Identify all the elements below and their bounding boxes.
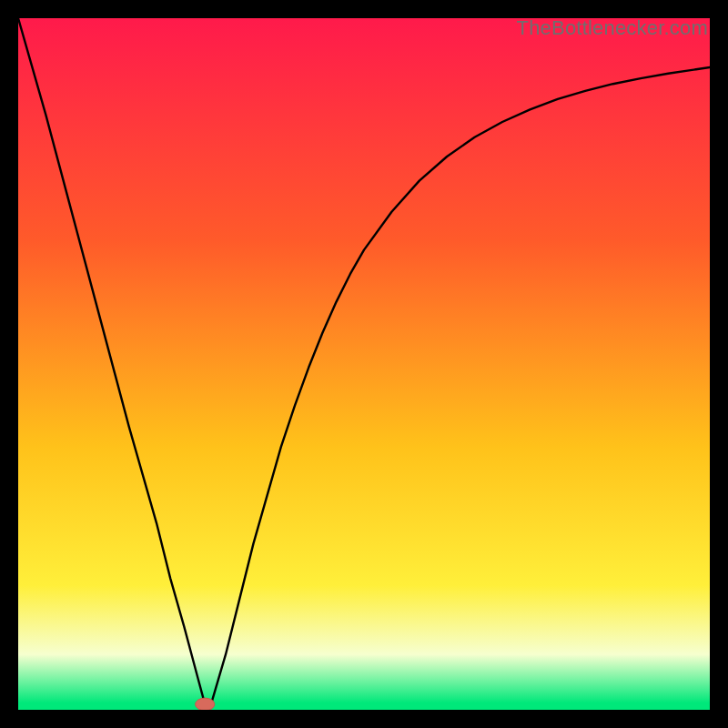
minimum-marker: [196, 698, 215, 710]
watermark-text: TheBottlenecker.com: [517, 16, 708, 40]
chart-frame: TheBottlenecker.com: [18, 18, 710, 710]
bottleneck-plot: [18, 18, 710, 710]
gradient-background: [18, 18, 710, 710]
